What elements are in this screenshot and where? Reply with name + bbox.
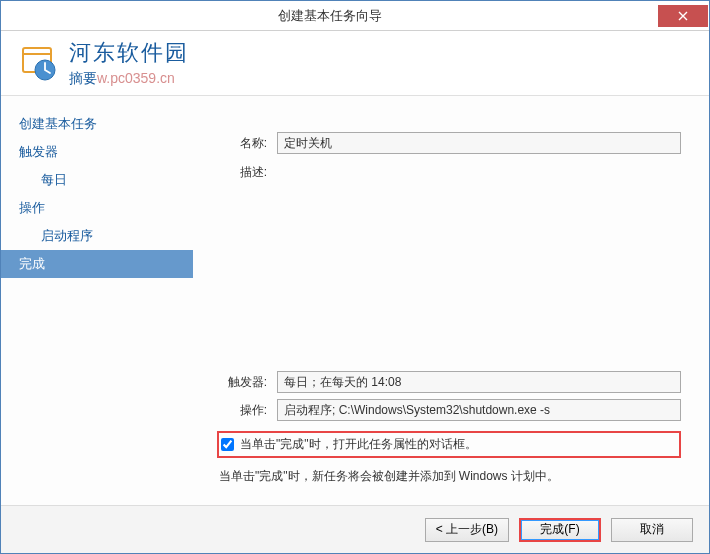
sidebar: 创建基本任务 触发器 每日 操作 启动程序 完成 bbox=[1, 96, 193, 505]
desc-area bbox=[277, 160, 681, 204]
brand-text: 河东软件园 bbox=[69, 38, 189, 68]
wizard-dialog: 创建基本任务向导 河东软件园 摘要w.pc0359.cn 创建基本任务 触发器 … bbox=[0, 0, 710, 554]
titlebar: 创建基本任务向导 bbox=[1, 1, 709, 31]
window-title: 创建基本任务向导 bbox=[1, 7, 658, 25]
sidebar-item-action[interactable]: 操作 bbox=[1, 194, 193, 222]
main-panel: 名称: 描述: 触发器: 操作: 当单击"完成"时，打开此任务属性的对话框。 bbox=[193, 96, 709, 505]
open-properties-checkbox[interactable] bbox=[221, 438, 234, 451]
trigger-label: 触发器: bbox=[217, 374, 277, 391]
name-label: 名称: bbox=[217, 135, 277, 152]
sidebar-item-trigger[interactable]: 触发器 bbox=[1, 138, 193, 166]
open-properties-checkbox-row: 当单击"完成"时，打开此任务属性的对话框。 bbox=[217, 431, 681, 458]
action-label: 操作: bbox=[217, 402, 277, 419]
desc-label: 描述: bbox=[217, 160, 277, 181]
sidebar-item-finish[interactable]: 完成 bbox=[1, 250, 193, 278]
close-button[interactable] bbox=[658, 5, 708, 27]
cancel-button[interactable]: 取消 bbox=[611, 518, 693, 542]
action-input bbox=[277, 399, 681, 421]
trigger-input bbox=[277, 371, 681, 393]
open-properties-label: 当单击"完成"时，打开此任务属性的对话框。 bbox=[240, 436, 477, 453]
watermark-text: w.pc0359.cn bbox=[97, 70, 175, 86]
footer: < 上一步(B) 完成(F) 取消 bbox=[1, 505, 709, 553]
summary-label: 摘要 bbox=[69, 70, 97, 86]
back-button[interactable]: < 上一步(B) bbox=[425, 518, 509, 542]
sidebar-item-create-task[interactable]: 创建基本任务 bbox=[1, 110, 193, 138]
name-input bbox=[277, 132, 681, 154]
content-area: 创建基本任务 触发器 每日 操作 启动程序 完成 名称: 描述: 触发器: bbox=[1, 96, 709, 505]
header: 河东软件园 摘要w.pc0359.cn bbox=[1, 31, 709, 96]
wizard-icon bbox=[17, 42, 59, 84]
finish-button[interactable]: 完成(F) bbox=[519, 518, 601, 542]
sidebar-item-start-program[interactable]: 启动程序 bbox=[1, 222, 193, 250]
info-text: 当单击"完成"时，新任务将会被创建并添加到 Windows 计划中。 bbox=[217, 462, 681, 495]
sidebar-item-daily[interactable]: 每日 bbox=[1, 166, 193, 194]
svg-rect-1 bbox=[23, 53, 51, 55]
close-icon bbox=[678, 11, 688, 21]
